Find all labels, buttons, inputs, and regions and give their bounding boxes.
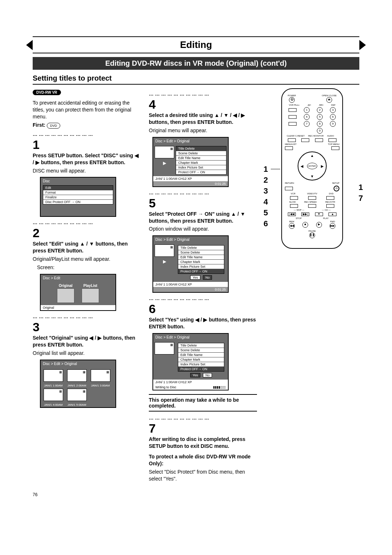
menulist-button[interactable] — [285, 146, 293, 150]
callout-1: 1 — [264, 165, 268, 174]
videotv-label: VIDEO/TV — [307, 193, 317, 195]
recspeed-label: REC SPEED — [304, 201, 317, 203]
fwd-label: FWD — [330, 220, 335, 223]
videotv-button[interactable] — [308, 196, 316, 200]
open-label: OPEN/ CLOSE — [322, 94, 337, 97]
divider: ………………………… — [149, 296, 257, 301]
disc-badge: DVD-RW VR — [33, 90, 61, 95]
fwd-button[interactable]: ▶▶ — [330, 223, 335, 229]
writing-label: Writing to Disc — [155, 385, 176, 389]
thumb — [155, 146, 174, 158]
menu-item: Finalize — [43, 195, 113, 200]
open-close-button[interactable]: ⏏ — [326, 97, 332, 103]
step-7-bold2: To protect a whole disc DVD-RW VR mode O… — [149, 453, 257, 467]
screen-crumb: Disc > Edit > Original — [153, 334, 228, 341]
sym-label: .@/: — [307, 104, 311, 106]
thumb — [67, 389, 87, 401]
ch-down-button[interactable]: ▼ — [315, 212, 323, 216]
callout-3: 3 — [264, 186, 268, 196]
orig-submenu: Title Delete Scene Delete Edit Title Nam… — [178, 245, 224, 274]
slow-button[interactable] — [290, 204, 298, 208]
arrow-left-icon[interactable]: ◀ — [301, 164, 303, 168]
enter-button[interactable]: ENTER — [307, 163, 317, 169]
ch-label: — CH — — [322, 209, 331, 211]
stop-button[interactable]: ■ — [302, 222, 308, 228]
skip-back-button[interactable]: |◀◀ — [288, 212, 296, 216]
menu-item: Protect OFF→ ON — [176, 170, 226, 174]
step-4-num: 4 — [149, 98, 257, 110]
vcr-label: VCR — [291, 193, 295, 195]
d-pad[interactable]: ▲ ▼ ◀ ▶ ENTER — [298, 151, 327, 181]
num-0-button[interactable]: 0 — [317, 128, 323, 134]
subhead: Setting titles to protect — [33, 74, 359, 85]
screen-foot: JAN/ 1 1:00AM CH12 XP — [153, 380, 228, 385]
recmonitor-button[interactable] — [301, 138, 309, 142]
clear-button[interactable] — [288, 138, 296, 142]
topmenu-button[interactable] — [331, 146, 339, 150]
menu-item: Scene Delete — [178, 250, 224, 255]
num-1-button[interactable]: 1 — [304, 107, 310, 113]
abc-label: ABC — [319, 104, 323, 106]
arrow-up-icon[interactable]: ▲ — [310, 154, 314, 158]
audio-button[interactable] — [315, 138, 323, 142]
skip-label: — SKIP — — [294, 209, 304, 211]
no-option: No — [203, 275, 212, 280]
writing-bar: Writing to Disc ▮▮▮▮▯▯▯ — [153, 385, 228, 390]
num-7-button[interactable]: 7 — [304, 121, 310, 127]
num-2-button[interactable]: 2 — [317, 107, 323, 113]
num-6-button[interactable]: 6 — [330, 114, 336, 120]
pause-label: PAUSE — [309, 230, 316, 232]
menu-item: Chapter Mark — [176, 161, 226, 165]
note-text: This operation may take a while to be co… — [149, 397, 239, 409]
num-3-button[interactable]: 3 — [330, 107, 336, 113]
recotr-button[interactable] — [326, 204, 334, 208]
divider: ………………………… — [33, 220, 141, 225]
num-8-button[interactable]: 8 — [317, 121, 323, 127]
section-bar: Editing DVD-RW discs in VR mode (Origina… — [33, 57, 359, 70]
menu-item: Index Picture Set — [178, 264, 224, 269]
audio-label: AUDIO — [327, 135, 334, 137]
arrow-down-icon[interactable]: ▼ — [310, 174, 314, 178]
num-9-button[interactable]: 9 — [330, 121, 336, 127]
vcr-button[interactable] — [290, 196, 298, 200]
menu-item: Scene Delete — [176, 151, 226, 156]
ch-up-button[interactable]: ▲ — [328, 212, 336, 216]
first-label: First: — [33, 122, 45, 128]
dvd-button[interactable] — [326, 196, 334, 200]
slow-label: SLOW — [289, 201, 296, 203]
rew-button[interactable]: ◀◀ — [289, 223, 295, 229]
menu-item: Chapter Mark — [178, 357, 224, 362]
setup-button[interactable]: ⊖ — [334, 186, 339, 191]
screen-time: 0:01:25 — [153, 181, 228, 186]
thumb — [44, 389, 63, 401]
column-middle: ………………………… 4 Select a desired title usin… — [149, 88, 257, 483]
subhead-text: Setting titles to protect — [33, 74, 112, 82]
menu-item: Edit Title Name — [178, 255, 224, 260]
screen-origlist-crumb: Disc > Edit > Original — [41, 360, 115, 367]
skip-fwd-button[interactable]: ▶▶| — [301, 212, 309, 216]
display-button[interactable] — [328, 138, 336, 142]
search-mode-button[interactable] — [289, 108, 297, 112]
return-button[interactable] — [285, 187, 293, 190]
menu-item: Scene Delete — [178, 348, 224, 353]
zoom-button[interactable] — [289, 122, 297, 126]
play-button[interactable]: ▶ — [316, 222, 322, 228]
num-5-button[interactable]: 5 — [317, 114, 323, 120]
power-button[interactable]: ⏻ — [289, 97, 295, 103]
cm-skip-button[interactable] — [289, 115, 297, 119]
tile-original-label: Original — [57, 284, 74, 288]
recspeed-button[interactable] — [308, 204, 316, 208]
screen-origmenu-1: Disc > Edit > Original ▶ Title Delete Sc… — [152, 137, 229, 187]
step-4-bold: Select a desired title using ▲ / ▼ / ◀ /… — [149, 112, 257, 126]
arrow-right-icon[interactable]: ▶ — [321, 164, 324, 168]
menu-item: Disc Protect OFF → ON — [43, 200, 113, 204]
step-7-text: Select "Disc Protect" from Disc menu, th… — [149, 469, 257, 482]
menu-item: Protect OFF→ ON — [178, 269, 224, 274]
num-4-button[interactable]: 4 — [304, 114, 310, 120]
pause-button[interactable]: ❚❚ — [309, 232, 315, 238]
thumb — [155, 342, 174, 355]
tile-original — [57, 288, 74, 303]
screen-writing: Disc > Edit > Original Title Delete Scen… — [152, 333, 229, 390]
remote-control: POWER⏻ OPEN/ CLOSE⏏ VCR Plus+ .@/: ABC D… — [281, 88, 343, 249]
step-6-bold: Select "Yes" using ◀ / ▶ buttons, then p… — [149, 316, 257, 330]
